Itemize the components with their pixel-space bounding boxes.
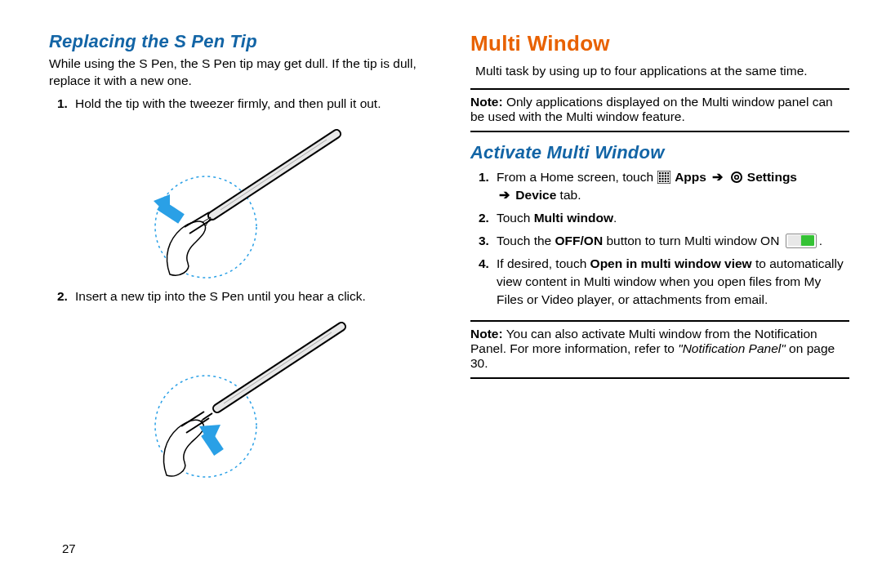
svg-rect-10 xyxy=(668,175,670,176)
step-text: From a Home screen, touch Apps ➔ Setting… xyxy=(497,170,797,202)
step-number: 4. xyxy=(479,255,489,273)
arrow-icon xyxy=(199,425,220,452)
svg-rect-16 xyxy=(662,180,664,182)
settings-icon xyxy=(730,171,743,184)
step-1-activate: 1. From a Home screen, touch Apps ➔ Sett… xyxy=(470,168,849,204)
note-multi-window-panel: Note: Only applications displayed on the… xyxy=(470,88,849,132)
heading-multi-window: Multi Window xyxy=(470,31,849,56)
svg-rect-15 xyxy=(659,180,661,182)
step-text: Insert a new tip into the S Pen until yo… xyxy=(75,289,366,303)
svg-rect-5 xyxy=(665,172,666,174)
svg-rect-17 xyxy=(665,180,666,182)
step-2-insert-tip: 2. Insert a new tip into the S Pen until… xyxy=(49,287,441,305)
svg-rect-18 xyxy=(668,180,670,182)
step-number: 1. xyxy=(57,95,68,113)
step-text: If desired, touch Open in multi window v… xyxy=(497,256,844,306)
svg-rect-14 xyxy=(668,178,670,180)
illustration-pull-tip xyxy=(114,119,376,283)
svg-rect-12 xyxy=(662,178,664,180)
note-label: Note: xyxy=(470,95,503,109)
svg-point-19 xyxy=(732,172,742,182)
step-text: Hold the tip with the tweezer firmly, an… xyxy=(75,96,381,110)
step-4-activate: 4. If desired, touch Open in multi windo… xyxy=(470,255,849,309)
svg-rect-3 xyxy=(659,172,661,174)
step-number: 2. xyxy=(479,209,489,227)
note-label: Note: xyxy=(470,327,503,341)
intro-s-pen: While using the S Pen, the S Pen tip may… xyxy=(49,56,441,90)
apps-icon xyxy=(657,171,670,184)
step-2-activate: 2. Touch Multi window. xyxy=(470,209,849,227)
svg-rect-11 xyxy=(659,178,661,180)
figure-pull-tip xyxy=(49,119,441,283)
figure-insert-tip xyxy=(49,312,441,483)
svg-rect-8 xyxy=(662,175,664,176)
heading-replacing-s-pen-tip: Replacing the S Pen Tip xyxy=(49,31,441,52)
svg-point-20 xyxy=(734,176,738,180)
heading-activate-multi-window: Activate Multi Window xyxy=(470,142,849,163)
page-number: 27 xyxy=(62,541,76,555)
step-number: 3. xyxy=(479,232,489,250)
intro-multi-window: Multi task by using up to four applicati… xyxy=(475,63,849,80)
step-number: 2. xyxy=(57,287,68,305)
note-reference: "Notification Panel" xyxy=(678,341,786,355)
step-number: 1. xyxy=(479,168,489,186)
svg-rect-4 xyxy=(662,172,664,174)
step-text: Touch Multi window. xyxy=(497,211,617,225)
step-text: Touch the OFF/ON button to turn Multi wi… xyxy=(497,234,822,247)
illustration-insert-tip xyxy=(114,312,376,483)
svg-rect-13 xyxy=(665,178,666,180)
note-notification-panel: Note: You can also activate Multi window… xyxy=(470,320,849,379)
step-1-pull-tip: 1. Hold the tip with the tweezer firmly,… xyxy=(49,95,441,113)
arrow-icon xyxy=(154,194,181,219)
toggle-on-icon xyxy=(786,234,817,248)
svg-rect-7 xyxy=(659,175,661,176)
svg-rect-6 xyxy=(668,172,670,174)
note-text: Only applications displayed on the Multi… xyxy=(470,95,833,123)
svg-rect-9 xyxy=(665,175,666,176)
step-3-activate: 3. Touch the OFF/ON button to turn Multi… xyxy=(470,232,849,250)
